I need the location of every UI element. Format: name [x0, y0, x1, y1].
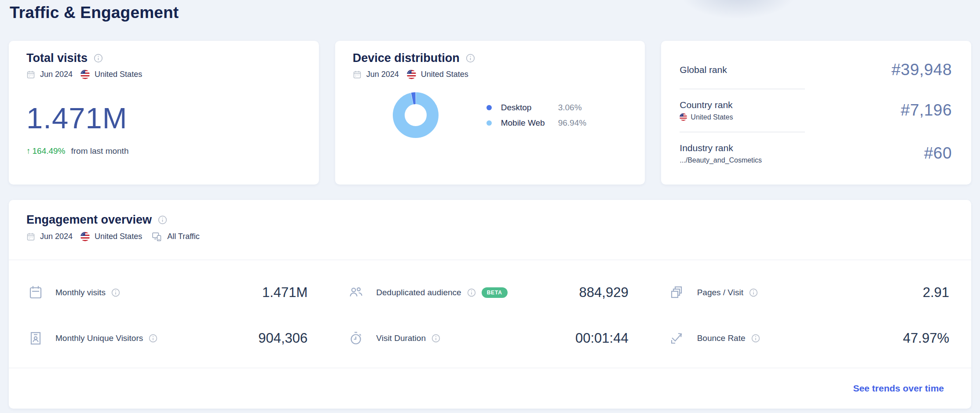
cutoff-popup-shadow: [681, 0, 795, 18]
audience-icon: [349, 285, 364, 300]
us-flag-icon: [407, 70, 416, 79]
metric-pages-per-visit: Pages / Visit 2.91: [651, 270, 971, 315]
engagement-overview-card: Engagement overview Jun 2024: [9, 200, 971, 409]
engagement-metrics-grid: Monthly visits 1.471M: [9, 260, 971, 368]
country-rank-sub: United States: [680, 113, 733, 121]
pages-icon: [670, 285, 685, 300]
country-rank-country: United States: [691, 113, 733, 121]
info-icon[interactable]: [467, 288, 476, 297]
engagement-footer: See trends over time: [9, 368, 971, 408]
engagement-meta: Jun 2024 United States Al: [26, 232, 954, 242]
total-visits-change: ↑ 164.49% from last month: [26, 146, 301, 156]
us-flag-icon: [680, 113, 687, 121]
total-visits-card: Total visits Jun 2024: [9, 41, 319, 185]
total-visits-title: Total visits: [26, 51, 88, 65]
up-arrow-icon: ↑: [26, 146, 31, 156]
see-trends-link[interactable]: See trends over time: [853, 383, 944, 394]
summary-cards-row: Total visits Jun 2024: [9, 41, 971, 185]
us-flag-icon: [80, 232, 90, 241]
metric-value: 904,306: [258, 330, 307, 346]
legend-label: Mobile Web: [501, 118, 553, 128]
beta-badge: BETA: [482, 287, 508, 298]
period-label: Jun 2024: [40, 70, 73, 79]
device-donut-chart: [393, 92, 439, 138]
country-label: United States: [95, 70, 142, 79]
metric-label: Monthly visits: [55, 288, 106, 297]
info-icon[interactable]: [158, 215, 167, 225]
change-note: from last month: [71, 146, 129, 156]
country-label: United States: [421, 70, 468, 79]
device-distribution-card: Device distribution Jun 2024: [335, 41, 645, 185]
metric-value: 47.97%: [903, 330, 949, 346]
mobile-web-dot-icon: [486, 120, 492, 126]
legend-value: 96.94%: [558, 118, 586, 128]
legend-label: Desktop: [501, 103, 553, 112]
info-icon[interactable]: [111, 288, 120, 297]
metric-bounce-rate: Bounce Rate 47.97%: [651, 315, 971, 361]
metric-label: Pages / Visit: [697, 288, 743, 297]
metric-monthly-unique-visitors: Monthly Unique Visitors 904,306: [9, 315, 329, 361]
all-traffic-icon: [152, 232, 162, 242]
calendar-icon: [26, 232, 35, 241]
metric-label: Deduplicated audience: [376, 288, 461, 297]
stopwatch-icon: [349, 331, 364, 346]
country-rank-label: Country rank: [680, 100, 733, 110]
info-icon[interactable]: [751, 334, 760, 343]
legend-value: 3.06%: [558, 103, 582, 112]
calendar-icon: [353, 70, 362, 79]
total-visits-value: 1.471M: [26, 101, 301, 135]
metric-value: 884,929: [579, 285, 629, 301]
info-icon[interactable]: [431, 334, 440, 343]
industry-rank-label: Industry rank: [680, 143, 762, 153]
metric-value: 1.471M: [262, 285, 307, 301]
calendar-icon: [26, 70, 35, 79]
metric-label: Visit Duration: [376, 333, 426, 343]
info-icon[interactable]: [149, 334, 157, 343]
period-label: Jun 2024: [40, 232, 73, 241]
global-rank-value: #39,948: [892, 61, 952, 79]
device-distribution-title: Device distribution: [353, 51, 460, 65]
device-distribution-meta: Jun 2024 United States: [353, 70, 628, 79]
engagement-title: Engagement overview: [26, 213, 152, 227]
legend-item-desktop: Desktop 3.06%: [486, 103, 586, 112]
industry-rank-value: #60: [924, 144, 952, 163]
metric-value: 00:01:44: [575, 330, 629, 346]
period-label: Jun 2024: [366, 70, 399, 79]
rank-card: Global rank #39,948 Country rank: [661, 41, 971, 185]
desktop-dot-icon: [486, 105, 492, 110]
metric-deduplicated-audience: Deduplicated audience BETA 884,929: [329, 270, 650, 315]
page-title: Traffic & Engagement: [10, 4, 179, 22]
metric-label: Bounce Rate: [697, 333, 746, 343]
engagement-header: Engagement overview Jun 2024: [9, 200, 971, 242]
global-rank-row: Global rank #39,948: [680, 51, 952, 89]
country-rank-row: Country rank United States #7,196: [680, 89, 952, 132]
info-icon[interactable]: [466, 54, 475, 63]
metric-value: 2.91: [923, 285, 949, 301]
industry-rank-category: .../Beauty_and_Cosmetics: [680, 156, 762, 164]
info-icon[interactable]: [749, 288, 758, 297]
metric-visit-duration: Visit Duration 00:01:44: [329, 315, 650, 361]
industry-rank-row: Industry rank .../Beauty_and_Cosmetics #…: [680, 132, 952, 175]
device-legend: Desktop 3.06% Mobile Web 96.94%: [486, 103, 586, 128]
metric-monthly-visits: Monthly visits 1.471M: [9, 270, 329, 315]
country-label: United States: [95, 232, 142, 241]
us-flag-icon: [80, 70, 90, 79]
traffic-filter-label: All Traffic: [167, 232, 200, 241]
change-percent: 164.49%: [33, 146, 66, 156]
total-visits-meta: Jun 2024 United States: [26, 70, 301, 79]
global-rank-label: Global rank: [680, 65, 727, 75]
info-icon[interactable]: [94, 54, 103, 63]
calendar-icon: [28, 285, 43, 300]
metric-label: Monthly Unique Visitors: [55, 333, 143, 343]
country-rank-value: #7,196: [901, 101, 952, 120]
bounce-icon: [670, 331, 685, 346]
device-donut-area: Desktop 3.06% Mobile Web 96.94%: [353, 92, 628, 138]
id-card-icon: [28, 331, 43, 346]
legend-item-mobile-web: Mobile Web 96.94%: [486, 118, 586, 128]
